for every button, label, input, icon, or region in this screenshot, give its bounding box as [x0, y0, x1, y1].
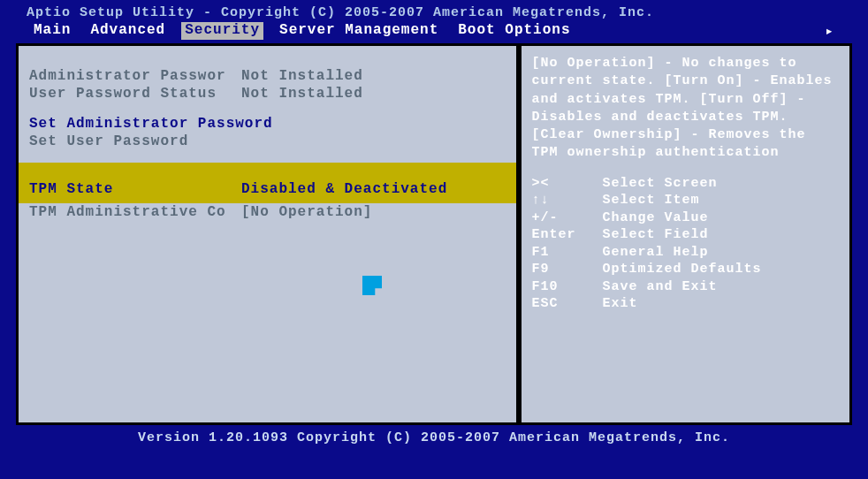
key-save-exit: F10Save and Exit — [532, 278, 839, 296]
tab-main[interactable]: Main — [30, 22, 74, 40]
menu-scroll-right-icon[interactable]: ▸ — [825, 22, 838, 40]
tpm-admin-value: [No Operation] — [241, 204, 506, 220]
key-select-field: EnterSelect Field — [532, 226, 839, 244]
user-password-status: User Password Status Not Installed — [29, 85, 506, 103]
key-optimized-defaults: F9Optimized Defaults — [532, 261, 839, 278]
set-user-password-label: Set User Password — [29, 133, 188, 149]
tpm-state-value: Disabled & Deactivated — [241, 181, 506, 197]
help-text: [No Operation] - No changes to current s… — [532, 55, 839, 163]
user-password-label: User Password Status — [29, 86, 241, 102]
tpm-admin-label: TPM Administrative Co — [29, 204, 241, 220]
copyright-line: Aptio Setup Utility - Copyright (C) 2005… — [27, 5, 841, 20]
admin-password-value: Not Installed — [241, 68, 506, 84]
key-select-screen: ><Select Screen — [532, 175, 839, 193]
tab-server-management[interactable]: Server Management — [276, 22, 442, 40]
admin-password-status: Administrator Passwor Not Installed — [29, 67, 506, 85]
help-panel: [No Operation] - No changes to current s… — [519, 43, 852, 425]
tpm-state-label: TPM State — [29, 181, 241, 197]
tpm-state-row[interactable]: TPM State Disabled & Deactivated — [29, 180, 506, 198]
tab-advanced[interactable]: Advanced — [87, 22, 169, 40]
footer-version: Version 1.20.1093 Copyright (C) 2005-200… — [0, 425, 868, 451]
tab-boot-options[interactable]: Boot Options — [454, 22, 574, 40]
content-panels: Administrator Passwor Not Installed User… — [16, 43, 852, 425]
selected-item[interactable]: TPM State Disabled & Deactivated — [19, 163, 516, 203]
key-exit: ESCExit — [532, 295, 839, 313]
set-admin-password[interactable]: Set Administrator Password — [29, 115, 506, 133]
tab-security[interactable]: Security — [181, 22, 263, 40]
menu-bar: Main Advanced Security Server Management… — [27, 22, 841, 43]
set-admin-password-label: Set Administrator Password — [29, 116, 273, 132]
admin-password-label: Administrator Passwor — [29, 68, 241, 84]
set-user-password[interactable]: Set User Password — [29, 133, 506, 150]
key-legend: ><Select Screen ↑↓Select Item +/-Change … — [532, 175, 839, 313]
tpm-admin-row[interactable]: TPM Administrative Co [No Operation] — [29, 203, 506, 221]
key-general-help: F1General Help — [532, 244, 839, 262]
settings-panel: Administrator Passwor Not Installed User… — [16, 43, 519, 425]
key-select-item: ↑↓Select Item — [532, 192, 839, 209]
bios-header: Aptio Setup Utility - Copyright (C) 2005… — [0, 0, 868, 43]
user-password-value: Not Installed — [241, 86, 506, 102]
key-change-value: +/-Change Value — [532, 209, 839, 227]
